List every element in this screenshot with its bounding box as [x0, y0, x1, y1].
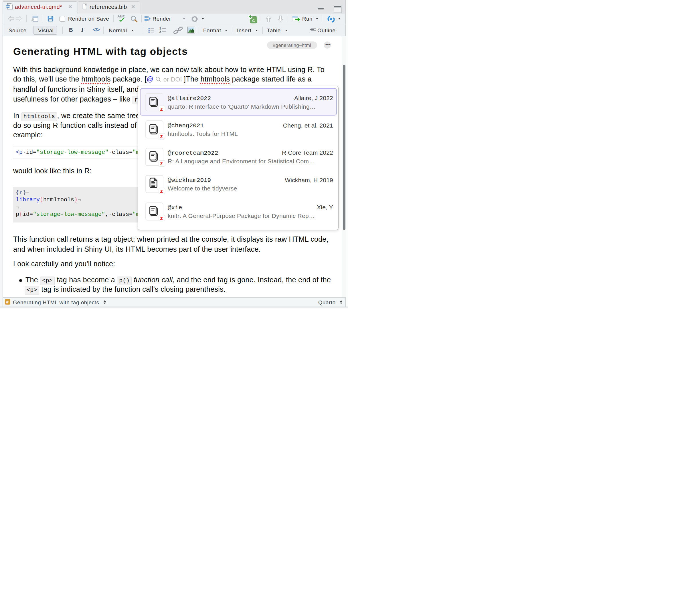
svg-text:1: 1	[159, 27, 161, 30]
svg-text:2: 2	[159, 30, 161, 33]
svg-text:c: c	[252, 18, 255, 23]
